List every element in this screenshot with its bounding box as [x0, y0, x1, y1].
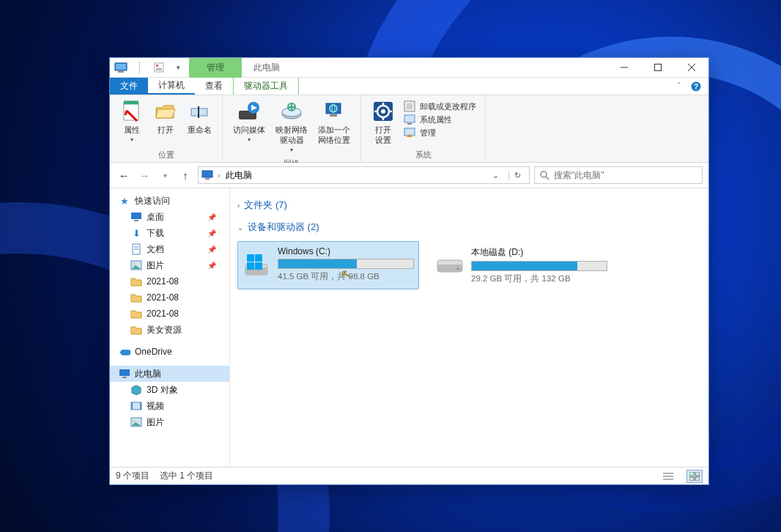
tree-this-pc[interactable]: 此电脑	[110, 366, 229, 382]
recent-locations-button[interactable]: ▾	[157, 166, 173, 184]
details-view-button[interactable]	[660, 470, 676, 483]
svg-text:?: ?	[694, 83, 698, 91]
contextual-tab-header: 管理	[189, 58, 242, 78]
svg-rect-45	[134, 220, 138, 221]
search-box[interactable]	[534, 166, 703, 184]
tree-quick-access[interactable]: ★ 快速访问	[110, 193, 229, 209]
group-header-drives[interactable]: ⌄ 设备和驱动器 (2)	[230, 216, 708, 238]
group-header-label: 设备和驱动器 (2)	[248, 221, 319, 234]
content-pane[interactable]: › 文件夹 (7) ⌄ 设备和驱动器 (2) Windows (C:) 41.5…	[230, 188, 708, 467]
drive-item[interactable]: 本地磁盘 (D:) 29.2 GB 可用，共 132 GB	[431, 241, 612, 289]
tree-pictures[interactable]: 图片 📌	[110, 257, 229, 273]
uninstall-icon	[404, 100, 415, 112]
folder-icon	[130, 308, 142, 319]
help-icon[interactable]: ?	[688, 78, 704, 95]
group-header-folders[interactable]: › 文件夹 (7)	[230, 194, 708, 216]
ribbon-group-system: 打开 设置 卸载或更改程序 系统属性	[361, 95, 486, 162]
properties-button[interactable]: 属性 ▾	[116, 98, 148, 148]
close-button[interactable]	[675, 58, 708, 77]
tree-desktop[interactable]: 桌面 📌	[110, 209, 229, 225]
tab-file[interactable]: 文件	[110, 78, 148, 95]
ribbon-collapse-icon[interactable]: ˆ	[672, 78, 686, 95]
group-label-location: 位置	[116, 148, 216, 160]
ribbon-tabs: 文件 计算机 查看 驱动器工具 ˆ ?	[110, 78, 708, 95]
tree-label: 此电脑	[135, 368, 161, 380]
up-button[interactable]: ↑	[177, 166, 193, 184]
tree-pictures2[interactable]: 图片	[110, 414, 229, 430]
svg-rect-8	[655, 64, 662, 71]
drive-icon	[436, 251, 464, 279]
tab-computer[interactable]: 计算机	[148, 78, 195, 95]
pin-icon: 📌	[207, 262, 216, 270]
tree-downloads[interactable]: ⬇ 下载 📌	[110, 225, 229, 241]
svg-point-42	[541, 171, 547, 177]
svg-rect-53	[119, 369, 130, 376]
videos-icon	[130, 400, 142, 412]
manage-icon	[404, 127, 415, 138]
tree-videos[interactable]: 视频	[110, 398, 229, 414]
this-pc-icon	[113, 59, 129, 75]
refresh-button[interactable]: ↻	[508, 171, 526, 180]
open-settings-button[interactable]: 打开 设置	[367, 98, 399, 148]
tree-label: 图片	[147, 416, 164, 429]
svg-rect-2	[118, 71, 124, 73]
rename-button[interactable]: 重命名	[183, 98, 216, 148]
address-chevron-icon[interactable]: ›	[218, 171, 220, 180]
svg-rect-57	[131, 402, 133, 410]
tab-view[interactable]: 查看	[195, 78, 233, 95]
desktop-icon	[130, 211, 142, 223]
tree-folder[interactable]: 美女资源	[110, 322, 229, 338]
pictures-icon	[130, 416, 142, 428]
properties-icon	[120, 100, 144, 123]
tree-folder[interactable]: 2021-08	[110, 306, 229, 322]
tree-label: 2021-08	[147, 292, 179, 303]
forward-button[interactable]: →	[136, 166, 152, 184]
back-button[interactable]: ←	[116, 166, 132, 184]
search-input[interactable]	[554, 170, 697, 180]
pin-icon: 📌	[207, 229, 216, 237]
qat-dropdown-icon[interactable]: ▾	[170, 59, 186, 75]
tree-folder[interactable]: 2021-08	[110, 289, 229, 306]
tree-documents[interactable]: 文档 📌	[110, 241, 229, 257]
group-header-label: 文件夹 (7)	[244, 199, 287, 212]
manage-button[interactable]: 管理	[401, 126, 479, 139]
search-icon	[539, 170, 549, 180]
status-item-count: 9 个项目	[116, 470, 149, 482]
properties-icon[interactable]	[151, 59, 167, 75]
quick-access-toolbar: │ ▾	[110, 58, 189, 77]
tree-folder[interactable]: 2021-08	[110, 273, 229, 289]
tiles-view-button[interactable]	[686, 470, 703, 483]
map-drive-icon	[280, 100, 303, 123]
drive-item[interactable]: Windows (C:) 41.5 GB 可用，共 98.8 GB	[237, 241, 419, 289]
svg-rect-37	[404, 115, 415, 122]
uninstall-button[interactable]: 卸载或更改程序	[401, 100, 479, 113]
capacity-bar	[278, 259, 414, 269]
system-properties-button[interactable]: 系统属性	[401, 113, 479, 126]
svg-rect-40	[202, 171, 212, 177]
address-bar[interactable]: › 此电脑 ⌄ ↻	[198, 166, 530, 184]
downloads-icon: ⬇	[130, 227, 142, 239]
map-drive-label: 映射网络 驱动器	[275, 125, 308, 145]
address-crumb[interactable]: 此电脑	[224, 169, 253, 182]
open-button[interactable]: 打开	[149, 98, 182, 148]
status-bar: 9 个项目 选中 1 个项目	[110, 467, 708, 484]
map-drive-button[interactable]: 映射网络 驱动器 ▾	[271, 98, 312, 157]
this-pc-icon	[119, 368, 130, 380]
tree-onedrive[interactable]: OneDrive	[110, 344, 229, 360]
address-dropdown-icon[interactable]: ⌄	[486, 171, 504, 180]
rename-label: 重命名	[188, 125, 212, 135]
minimize-button[interactable]	[607, 58, 641, 77]
tree-label: 文档	[147, 243, 164, 256]
tree-label: 下载	[147, 227, 164, 240]
maximize-button[interactable]	[641, 58, 675, 77]
svg-rect-66	[255, 262, 262, 270]
tree-label: 2021-08	[147, 309, 179, 319]
window-controls	[607, 58, 708, 77]
navigation-bar: ← → ▾ ↑ › 此电脑 ⌄ ↻	[110, 163, 708, 188]
access-media-button[interactable]: 访问媒体 ▾	[229, 98, 270, 157]
tab-drive-tools[interactable]: 驱动器工具	[233, 78, 299, 95]
add-network-location-button[interactable]: 添加一个 网络位置	[314, 98, 355, 157]
tree-3d-objects[interactable]: 3D 对象	[110, 382, 229, 398]
navigation-pane[interactable]: ★ 快速访问 桌面 📌 ⬇ 下载 📌 文档 📌	[110, 188, 230, 467]
tree-label: 桌面	[147, 211, 164, 223]
